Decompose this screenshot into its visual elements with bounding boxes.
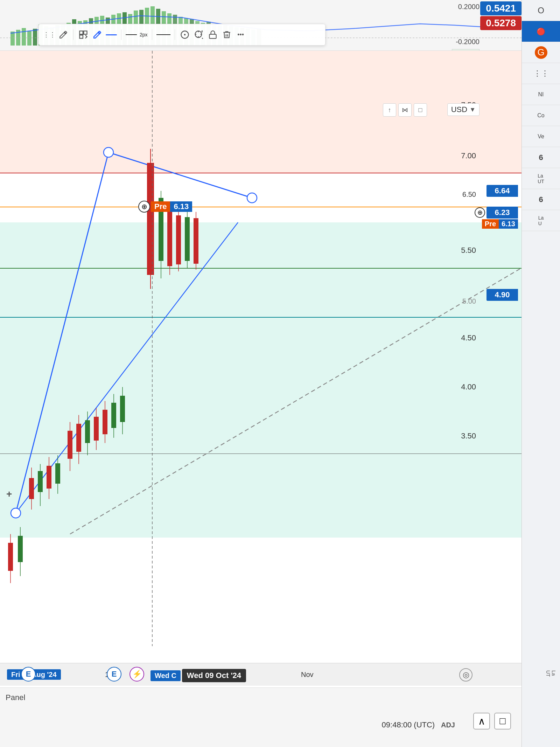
svg-point-4 bbox=[184, 34, 185, 35]
cursor-circle-icon: ⊕ bbox=[138, 201, 150, 213]
event-marker-e1[interactable]: E bbox=[21, 667, 36, 682]
shapes-icon[interactable] bbox=[78, 29, 89, 40]
price-350: 3.50 bbox=[461, 431, 476, 441]
bottom-status-bar: Panel 09:48:00 (UTC) ADJ ∧ □ bbox=[0, 687, 560, 747]
drawing-toolbar: ⋮⋮ 2px bbox=[38, 24, 326, 46]
price-line-500 bbox=[0, 268, 522, 269]
vol-price-0200: 0.2000 bbox=[458, 3, 479, 11]
cursor-price-value: 6.13 bbox=[170, 201, 192, 212]
sidebar-item-3[interactable]: G bbox=[522, 42, 560, 63]
sidebar-item-6[interactable]: Co bbox=[522, 105, 560, 126]
price-450: 4.50 bbox=[461, 333, 476, 343]
stroke-style[interactable] bbox=[126, 34, 137, 35]
sidebar-bottom-label: LaUT bbox=[545, 670, 556, 677]
sidebar-item-10[interactable]: 6 bbox=[522, 189, 560, 210]
line-style-icon[interactable] bbox=[156, 34, 170, 35]
price-line-bottom bbox=[0, 454, 522, 454]
bottom-nav-buttons: ∧ □ bbox=[473, 713, 511, 729]
chart-container: O 🔴 G ⋮⋮ NI Co Ve 6 LaUT 6 LaU LaUT 0.54… bbox=[0, 0, 560, 747]
time-wed-area: Wed C Wed 09 Oct '24 bbox=[150, 669, 246, 682]
price-upper: 0.5421 bbox=[480, 1, 522, 15]
price-badge-490: 4.90 bbox=[486, 289, 518, 301]
svg-rect-17 bbox=[27, 31, 31, 46]
svg-rect-18 bbox=[33, 29, 37, 46]
pre-label-badge: Pre bbox=[482, 219, 499, 229]
svg-rect-102 bbox=[8, 543, 13, 571]
drag-handle-icon[interactable]: ⋮⋮ bbox=[44, 29, 55, 40]
price-500: 5.00 bbox=[462, 297, 476, 305]
right-sidebar: O 🔴 G ⋮⋮ NI Co Ve 6 LaUT 6 LaU LaUT bbox=[522, 0, 560, 747]
draw-pen-icon[interactable] bbox=[92, 29, 103, 40]
svg-rect-1 bbox=[84, 31, 87, 34]
time-nov: Nov bbox=[301, 671, 314, 679]
scroll-up-button[interactable]: ↑ bbox=[383, 103, 396, 117]
pre-badge: Pre bbox=[151, 201, 170, 212]
currency-label: USD bbox=[451, 105, 467, 114]
sidebar-item-8[interactable]: 6 bbox=[522, 147, 560, 168]
crosshair-add-icon[interactable] bbox=[193, 29, 204, 40]
separator-4 bbox=[175, 29, 175, 40]
oversold-zone bbox=[0, 222, 522, 538]
price-613-value: 6.13 bbox=[499, 219, 518, 229]
separator-1 bbox=[73, 29, 74, 40]
top-price-display: 0.5421 0.5278 bbox=[480, 1, 522, 30]
stroke-dash-icon bbox=[126, 34, 137, 35]
chart-main-area: + ⊕ Pre 6.13 ↑ ⋈ □ USD ▼ bbox=[0, 51, 522, 646]
time-wed-label: Wed C bbox=[150, 670, 181, 681]
collapse-buttons: ↑ ⋈ □ bbox=[383, 103, 427, 117]
sidebar-item-2[interactable]: 🔴 bbox=[522, 21, 560, 42]
event-marker-e2[interactable]: E bbox=[107, 667, 121, 682]
sidebar-item-9[interactable]: LaUT bbox=[522, 168, 560, 189]
cursor-price-box: Pre 6.13 bbox=[151, 201, 192, 212]
panel-label: Panel bbox=[6, 693, 25, 702]
sidebar-item-4[interactable]: ⋮⋮ bbox=[522, 63, 560, 84]
price-613-area: Pre 6.13 bbox=[482, 219, 518, 229]
vol-price-pn0200: -0.2000 bbox=[456, 38, 479, 46]
price-550: 5.50 bbox=[461, 246, 476, 255]
nav-expand-icon[interactable]: □ bbox=[494, 713, 511, 729]
time-axis: Fri 30 Aug '24 17 E E ⚡ Wed C Wed 09 Oct… bbox=[0, 663, 522, 686]
currency-dropdown[interactable]: USD ▼ bbox=[447, 103, 479, 116]
trash-icon[interactable] bbox=[221, 29, 232, 40]
expand-button[interactable]: □ bbox=[414, 103, 427, 117]
separator-3 bbox=[152, 29, 152, 40]
svg-line-12 bbox=[202, 32, 202, 32]
price-line-450 bbox=[0, 317, 522, 318]
price-623-area: ⊕ 6.23 bbox=[475, 207, 518, 219]
price-400: 4.00 bbox=[461, 382, 476, 392]
svg-rect-2 bbox=[80, 35, 83, 38]
sidebar-item-7[interactable]: Ve bbox=[522, 126, 560, 147]
color-underline bbox=[106, 34, 117, 35]
price-700: 7.00 bbox=[461, 151, 476, 160]
dropdown-chevron-icon: ▼ bbox=[469, 106, 476, 113]
stroke-size-label[interactable]: 2px bbox=[140, 32, 148, 37]
nav-up-icon[interactable]: ∧ bbox=[473, 713, 490, 729]
svg-line-10 bbox=[202, 38, 203, 39]
bottom-time-display: 09:48:00 (UTC) ADJ bbox=[382, 720, 455, 729]
sidebar-item-5[interactable]: NI bbox=[522, 84, 560, 105]
svg-rect-0 bbox=[80, 31, 83, 34]
pen-tool-icon[interactable] bbox=[58, 29, 69, 40]
sidebar-item-1[interactable]: O bbox=[522, 0, 560, 21]
svg-rect-16 bbox=[22, 28, 26, 46]
time-wed-tooltip: Wed 09 Oct '24 bbox=[182, 669, 246, 682]
more-options-icon[interactable]: ••• bbox=[235, 29, 246, 40]
event-marker-lightning[interactable]: ⚡ bbox=[130, 667, 144, 682]
lock-icon[interactable] bbox=[207, 29, 218, 40]
price-line-664 bbox=[0, 173, 522, 173]
collapse-button[interactable]: ⋈ bbox=[398, 103, 412, 117]
svg-rect-104 bbox=[18, 536, 23, 562]
svg-rect-13 bbox=[209, 34, 216, 39]
overbought-zone bbox=[0, 51, 522, 173]
circle-tool-icon[interactable] bbox=[179, 29, 190, 40]
sidebar-item-11[interactable]: LaU bbox=[522, 210, 560, 231]
price-badge-623: 6.23 bbox=[486, 207, 518, 219]
target-icon[interactable]: ◎ bbox=[459, 668, 472, 682]
price-line-623 bbox=[0, 207, 522, 207]
cursor-popup: ⊕ Pre 6.13 bbox=[138, 201, 192, 213]
price-lower: 0.5278 bbox=[480, 16, 522, 30]
price-650: 6.50 bbox=[462, 191, 476, 199]
price-circle-icon: ⊕ bbox=[475, 207, 485, 218]
svg-point-66 bbox=[247, 193, 257, 203]
separator-2 bbox=[121, 29, 121, 40]
